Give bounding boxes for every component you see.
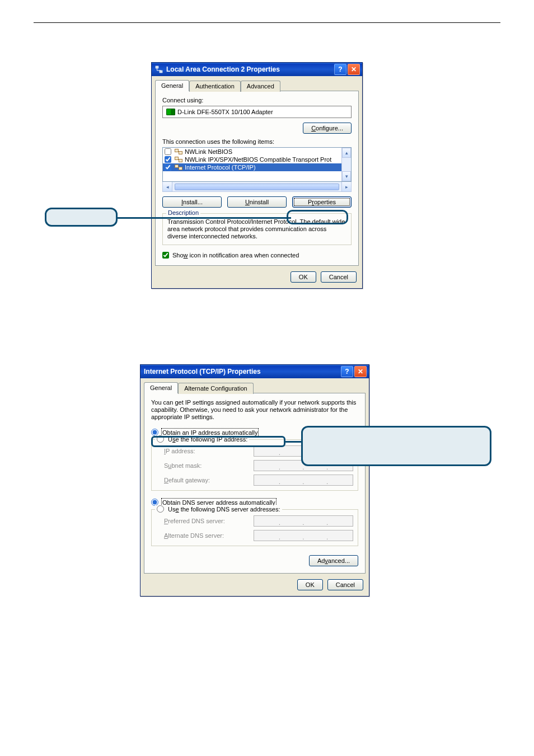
show-icon-label: Show icon in notification area when conn… [172, 252, 299, 259]
vertical-scrollbar[interactable]: ▴ ▾ [341, 148, 351, 181]
uninstall-button[interactable]: Uninstall [227, 196, 287, 208]
general-panel: Connect using: D-Link DFE-550TX 10/100 A… [155, 91, 359, 266]
radio-auto-dns-label: Obtain DNS server address automatically [162, 499, 275, 506]
intro-text: You can get IP settings assigned automat… [151, 399, 358, 421]
scroll-up-arrow[interactable]: ▴ [342, 148, 351, 158]
general-panel: You can get IP settings assigned automat… [144, 393, 366, 574]
protocol-icon [175, 149, 182, 154]
callout-obtain-ip-auto [301, 426, 491, 466]
scroll-left-arrow[interactable]: ◂ [163, 182, 172, 191]
pref-dns-input[interactable]: ... [254, 515, 353, 527]
connection-items-list[interactable]: NWLink NetBIOS NWLink IPX/SPX/NetBIOS Co… [162, 147, 352, 182]
connect-using-label: Connect using: [162, 97, 352, 104]
show-icon-checkbox[interactable] [162, 252, 169, 259]
header-rule [34, 22, 500, 23]
scroll-down-arrow[interactable]: ▾ [342, 171, 351, 181]
scroll-thumb[interactable] [175, 184, 339, 190]
list-item-label: NWLink NetBIOS [185, 148, 232, 155]
tab-alternate-configuration[interactable]: Alternate Configuration [178, 383, 254, 394]
dialog-footer: OK Cancel [152, 266, 362, 288]
dialog-footer: OK Cancel [140, 574, 369, 596]
figure-1: Local Area Connection 2 Properties ? ✕ G… [34, 62, 500, 336]
alt-dns-input[interactable]: ... [254, 530, 353, 541]
gateway-label: Default gateway: [164, 477, 248, 483]
radio-manual-dns-label: Use the following DNS server addresses: [168, 506, 280, 513]
item-checkbox[interactable] [165, 148, 171, 155]
items-label: This connection uses the following items… [162, 138, 352, 145]
show-icon-checkbox-row[interactable]: Show icon in notification area when conn… [162, 252, 352, 259]
manual-dns-legend: Use the following DNS server addresses: [155, 505, 282, 514]
svg-rect-1 [160, 71, 162, 73]
callout-click-properties [45, 208, 118, 227]
horizontal-scrollbar[interactable]: ◂ ▸ [162, 181, 352, 192]
item-checkbox[interactable] [165, 156, 171, 163]
help-button[interactable]: ? [334, 64, 346, 75]
radio-auto-ip-label: Obtain an IP address automatically [162, 429, 257, 436]
local-area-connection-dialog: Local Area Connection 2 Properties ? ✕ G… [151, 62, 363, 289]
connection-icon [155, 65, 163, 73]
configure-button[interactable]: Configure... [303, 123, 352, 134]
adapter-box: D-Link DFE-550TX 10/100 Adapter [162, 106, 352, 118]
titlebar[interactable]: Local Area Connection 2 Properties ? ✕ [152, 63, 362, 76]
tab-advanced[interactable]: Advanced [241, 81, 280, 92]
manual-dns-group: Use the following DNS server addresses: … [151, 509, 358, 546]
alt-dns-row: Alternate DNS server: ... [164, 530, 353, 541]
close-button[interactable]: ✕ [354, 366, 367, 377]
install-button[interactable]: Install... [162, 196, 222, 208]
tab-strip: General Authentication Advanced [152, 76, 362, 91]
help-button[interactable]: ? [341, 366, 353, 377]
protocol-icon [175, 157, 182, 162]
gateway-input[interactable]: ... [254, 475, 353, 486]
tab-general[interactable]: General [144, 382, 178, 393]
window-title: Internet Protocol (TCP/IP) Properties [144, 368, 261, 375]
list-item-label: NWLink IPX/SPX/NetBIOS Compatible Transp… [185, 156, 331, 163]
tab-general[interactable]: General [155, 80, 189, 91]
pref-dns-row: Preferred DNS server: ... [164, 515, 353, 527]
cancel-button[interactable]: Cancel [327, 579, 363, 590]
close-button[interactable]: ✕ [348, 64, 360, 75]
ok-button[interactable]: OK [297, 579, 323, 590]
list-item-selected[interactable]: Internet Protocol (TCP/IP) [163, 163, 342, 171]
svg-rect-0 [156, 66, 158, 68]
ok-button[interactable]: OK [291, 271, 316, 283]
list-item-label: Internet Protocol (TCP/IP) [185, 164, 256, 171]
item-checkbox[interactable] [165, 164, 171, 171]
subnet-label: Subnet mask: [164, 462, 248, 469]
pref-dns-label: Preferred DNS server: [164, 518, 248, 524]
radio-manual-dns-input[interactable] [157, 505, 164, 513]
cancel-button[interactable]: Cancel [321, 271, 357, 283]
tab-strip: General Alternate Configuration [140, 378, 369, 393]
scroll-right-arrow[interactable]: ▸ [341, 182, 351, 191]
gateway-row: Default gateway: ... [164, 475, 353, 486]
alt-dns-label: Alternate DNS server: [164, 532, 248, 539]
ip-address-label: IP address: [164, 448, 248, 454]
titlebar[interactable]: Internet Protocol (TCP/IP) Properties ? … [140, 365, 369, 378]
callout-connector-2 [285, 441, 302, 443]
callout-connector [118, 217, 291, 219]
adapter-name: D-Link DFE-550TX 10/100 Adapter [177, 109, 273, 115]
description-legend: Description [166, 209, 200, 216]
protocol-icon [175, 165, 182, 170]
tcpip-properties-dialog: Internet Protocol (TCP/IP) Properties ? … [140, 364, 369, 597]
item-buttons: Install... Uninstall Properties [162, 196, 352, 208]
advanced-button[interactable]: Advanced... [309, 555, 358, 566]
auto-ip-highlight [151, 436, 285, 447]
list-item[interactable]: NWLink IPX/SPX/NetBIOS Compatible Transp… [163, 156, 342, 163]
adapter-icon [166, 109, 175, 115]
properties-highlight [287, 210, 348, 224]
figure-2: Internet Protocol (TCP/IP) Properties ? … [34, 364, 500, 638]
list-item[interactable]: NWLink NetBIOS [163, 148, 342, 156]
tab-authentication[interactable]: Authentication [189, 81, 241, 92]
window-title: Local Area Connection 2 Properties [166, 65, 280, 73]
properties-button[interactable]: Properties [292, 196, 352, 208]
